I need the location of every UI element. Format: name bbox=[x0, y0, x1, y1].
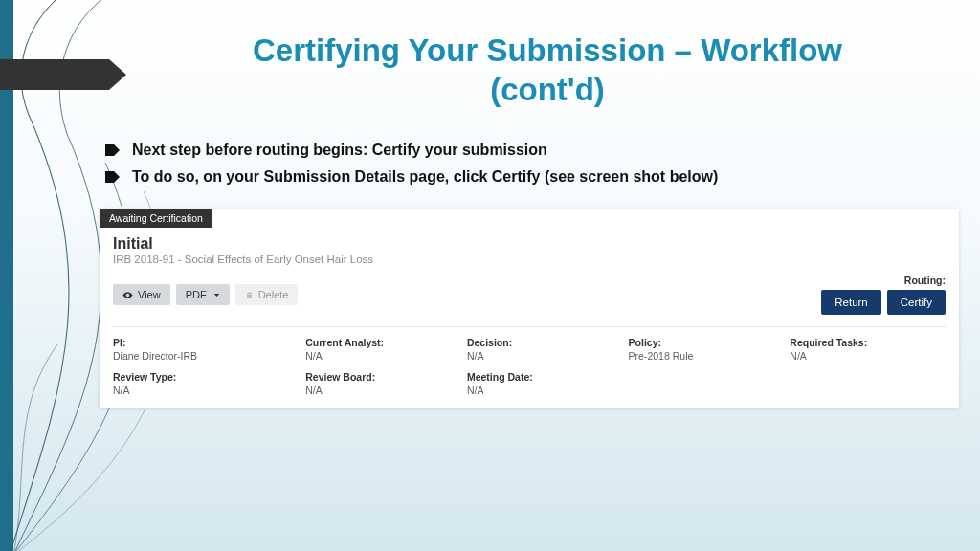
meta-review-type: Review Type: N/A bbox=[113, 371, 300, 396]
bullet-list: Next step before routing begins: Certify… bbox=[105, 142, 942, 195]
title-line-2: (cont'd) bbox=[490, 72, 605, 107]
meta-decision: Decision: N/A bbox=[467, 337, 623, 362]
delete-button-label: Delete bbox=[258, 289, 289, 300]
meta-review-board: Review Board: N/A bbox=[305, 371, 461, 396]
bullet-item: Next step before routing begins: Certify… bbox=[105, 142, 942, 159]
bullet-item: To do so, on your Submission Details pag… bbox=[105, 168, 942, 186]
eye-icon bbox=[122, 290, 133, 300]
action-toolbar: View PDF Delete bbox=[113, 284, 298, 305]
view-button-label: View bbox=[138, 289, 161, 300]
routing-section: Routing: Return Certify bbox=[821, 275, 946, 315]
status-badge: Awaiting Certification bbox=[100, 209, 212, 228]
title-arrow-decoration bbox=[0, 59, 126, 90]
metadata-grid: PI: Diane Director-IRB Current Analyst: … bbox=[113, 337, 946, 396]
meta-meeting-date: Meeting Date: N/A bbox=[467, 371, 623, 396]
page-title: Certifying Your Submission – Workflow (c… bbox=[153, 31, 942, 110]
submission-description: IRB 2018-91 - Social Effects of Early On… bbox=[113, 253, 946, 265]
pdf-button-label: PDF bbox=[186, 289, 207, 300]
chevron-down-icon bbox=[213, 292, 220, 298]
meta-empty bbox=[790, 371, 946, 396]
view-button[interactable]: View bbox=[113, 284, 170, 305]
meta-current-analyst: Current Analyst: N/A bbox=[305, 337, 461, 362]
pdf-button[interactable]: PDF bbox=[176, 284, 230, 305]
slide: Certifying Your Submission – Workflow (c… bbox=[0, 0, 980, 551]
bullet-icon bbox=[105, 144, 121, 156]
certify-button[interactable]: Certify bbox=[887, 290, 946, 315]
meta-pi: PI: Diane Director-IRB bbox=[113, 337, 300, 362]
meta-empty bbox=[629, 371, 785, 396]
bullet-text: Next step before routing begins: Certify… bbox=[132, 142, 547, 159]
bullet-text: To do so, on your Submission Details pag… bbox=[132, 168, 718, 186]
delete-button[interactable]: Delete bbox=[235, 284, 299, 305]
submission-panel: Awaiting Certification Initial IRB 2018-… bbox=[100, 209, 959, 408]
title-line-1: Certifying Your Submission – Workflow bbox=[253, 33, 842, 68]
return-button[interactable]: Return bbox=[821, 290, 881, 315]
meta-policy: Policy: Pre-2018 Rule bbox=[629, 337, 785, 362]
meta-required-tasks: Required Tasks: N/A bbox=[790, 337, 946, 362]
trash-icon bbox=[245, 291, 254, 299]
submission-type: Initial bbox=[113, 235, 946, 253]
routing-label: Routing: bbox=[821, 275, 946, 286]
bullet-icon bbox=[105, 171, 121, 183]
